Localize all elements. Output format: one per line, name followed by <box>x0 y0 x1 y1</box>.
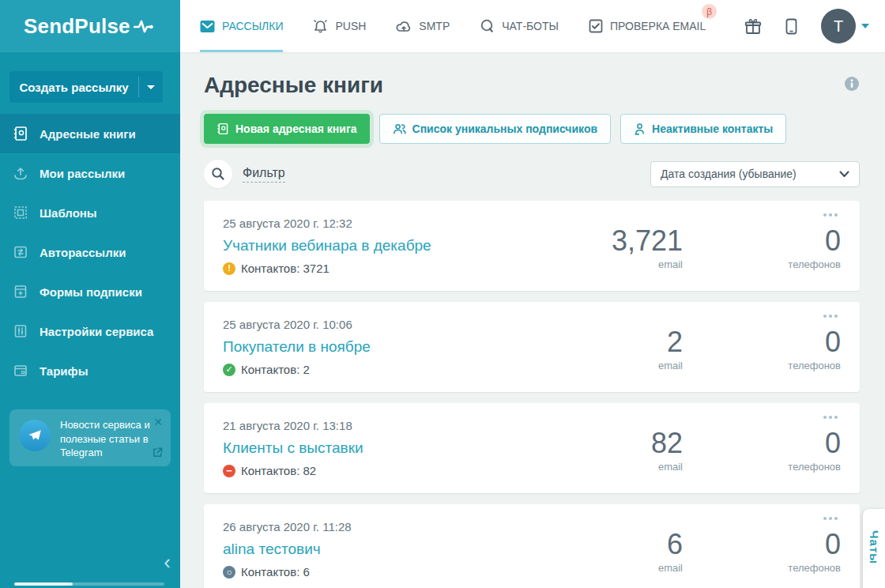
chats-tab[interactable]: Чаты <box>863 509 885 588</box>
status-blocked-icon: − <box>223 465 235 477</box>
templates-icon <box>13 205 28 220</box>
telegram-promo-card[interactable]: Новости сервиса и полезные статьи в Tele… <box>9 409 171 466</box>
sidebar-menu: Адресные книги Мои рассылки Шаблоны <box>0 114 180 390</box>
email-label: email <box>580 360 683 371</box>
address-book-card: 21 августа 2020 г. 13:18 Клиенты с выста… <box>204 403 860 493</box>
create-campaign-button[interactable]: Создать рассылку <box>9 71 163 103</box>
nav-label: PUSH <box>335 20 366 32</box>
gift-icon <box>744 18 762 35</box>
sidebar-item-service-settings[interactable]: Настройки сервиса <box>0 311 180 351</box>
book-title-link[interactable]: Учатники вебинара в декабре <box>223 237 431 254</box>
info-icon[interactable] <box>844 76 860 95</box>
phones-count: 0 <box>683 428 841 458</box>
email-count: 82 <box>580 428 683 458</box>
filter-row: Фильтр Дата создания (убывание) <box>204 160 860 188</box>
actions-row: Новая адресная книга Список уникальных п… <box>204 114 860 144</box>
nav-item-email-verification[interactable]: ПРОВЕРКА EMAIL β <box>589 0 706 52</box>
chat-icon <box>480 19 495 33</box>
contacts-count: Контактов: 3721 <box>241 262 330 275</box>
button-label: Неактивные контакты <box>652 122 773 135</box>
mail-icon <box>200 20 215 33</box>
inactive-user-icon <box>634 122 646 135</box>
status-processing-icon: ○ <box>223 566 235 579</box>
unique-subscribers-button[interactable]: Список уникальных подписчиков <box>379 114 612 144</box>
card-menu-button[interactable] <box>820 311 841 321</box>
card-menu-button[interactable] <box>820 210 841 220</box>
nav-item-mailings[interactable]: РАССЫЛКИ <box>200 0 283 52</box>
nav-label: ЧАТ-БОТЫ <box>502 20 559 32</box>
address-book-icon <box>13 126 28 141</box>
card-info: 21 августа 2020 г. 13:18 Клиенты с выста… <box>223 419 580 477</box>
sidebar-item-address-books[interactable]: Адресные книги <box>0 114 180 153</box>
logo[interactable]: SendPulse <box>0 0 180 52</box>
sort-select-value: Дата создания (убывание) <box>661 168 796 180</box>
close-icon[interactable]: ✕ <box>153 416 163 428</box>
filter-toggle[interactable]: Фильтр <box>243 166 285 183</box>
contacts-count: Контактов: 82 <box>241 464 316 477</box>
button-label: Новая адресная книга <box>235 122 357 135</box>
address-book-card: 25 августа 2020 г. 10:06 Покупатели в но… <box>204 302 860 392</box>
users-icon <box>393 122 406 135</box>
gifts-button[interactable] <box>744 18 762 35</box>
sidebar-item-label: Формы подписки <box>40 285 142 299</box>
scrollbar-thumb[interactable] <box>14 582 73 586</box>
sidebar-horizontal-scrollbar[interactable] <box>14 582 164 586</box>
automation-icon <box>13 244 28 260</box>
address-book-card: 26 августа 2020 г. 11:28 alina тестович … <box>204 504 860 588</box>
sidebar-item-automations[interactable]: Авторассылки <box>0 232 180 272</box>
smartphone-icon <box>785 18 797 35</box>
phones-label: телефонов <box>683 360 841 371</box>
inactive-contacts-button[interactable]: Неактивные контакты <box>620 114 786 144</box>
chevron-down-icon <box>839 171 849 178</box>
nav-item-chatbots[interactable]: ЧАТ-БОТЫ <box>480 0 559 52</box>
avatar: T <box>821 9 856 43</box>
card-menu-button[interactable] <box>820 514 841 523</box>
book-title-link[interactable]: alina тестович <box>223 541 321 558</box>
nav-label: РАССЫЛКИ <box>222 20 283 32</box>
page-title: Адресные книги <box>204 73 383 98</box>
sidebar-collapse-button[interactable]: ‹ <box>164 552 171 572</box>
search-button[interactable] <box>204 160 232 188</box>
settings-icon <box>13 323 28 339</box>
email-count: 6 <box>580 530 683 560</box>
title-row: Адресные книги <box>204 73 860 98</box>
app-window: SendPulse РАССЫЛКИ PUSH <box>0 0 885 588</box>
email-count: 2 <box>580 327 683 357</box>
card-info: 26 августа 2020 г. 11:28 alina тестович … <box>223 520 580 579</box>
sidebar-item-label: Тарифы <box>40 364 88 378</box>
book-created-date: 25 августа 2020 г. 10:06 <box>223 318 580 331</box>
sidebar-item-label: Авторассылки <box>40 246 126 259</box>
contacts-count: Контактов: 2 <box>241 363 310 376</box>
nav-item-push[interactable]: PUSH <box>313 0 366 52</box>
new-address-book-button[interactable]: Новая адресная книга <box>204 114 370 144</box>
sidebar-item-subscription-forms[interactable]: Формы подписки <box>0 272 180 311</box>
sidebar-item-label: Настройки сервиса <box>40 325 153 338</box>
sidebar: Создать рассылку Адресные книги Мои расс… <box>0 52 180 588</box>
phones-label: телефонов <box>683 258 841 270</box>
chevron-down-icon <box>861 24 869 28</box>
book-title-link[interactable]: Покупатели в ноябре <box>223 338 371 356</box>
nav-item-smtp[interactable]: SMTP <box>396 0 450 52</box>
account-menu[interactable]: T <box>821 9 869 43</box>
sidebar-item-label: Шаблоны <box>40 206 97 220</box>
create-campaign-dropdown[interactable] <box>139 85 163 89</box>
mobile-app-button[interactable] <box>785 18 797 35</box>
status-warning-icon: ! <box>223 262 235 275</box>
phones-label: телефонов <box>683 461 841 473</box>
sidebar-item-label: Адресные книги <box>40 127 136 141</box>
contacts-count: Контактов: 6 <box>241 565 310 579</box>
search-icon <box>211 167 225 181</box>
phones-count: 0 <box>683 530 841 560</box>
external-link-icon[interactable] <box>152 447 164 461</box>
sidebar-item-templates[interactable]: Шаблоны <box>0 193 180 232</box>
cloud-icon <box>396 20 412 33</box>
book-title-link[interactable]: Клиенты с выставки <box>223 439 363 457</box>
button-label: Список уникальных подписчиков <box>412 122 598 135</box>
phones-label: телефонов <box>683 562 841 574</box>
bell-icon <box>313 19 328 33</box>
chats-tab-label: Чаты <box>868 530 881 575</box>
card-menu-button[interactable] <box>820 413 841 422</box>
sort-select[interactable]: Дата создания (убывание) <box>650 161 860 187</box>
sidebar-item-my-campaigns[interactable]: Мои рассылки <box>0 153 180 193</box>
sidebar-item-pricing[interactable]: Тарифы <box>0 351 180 390</box>
